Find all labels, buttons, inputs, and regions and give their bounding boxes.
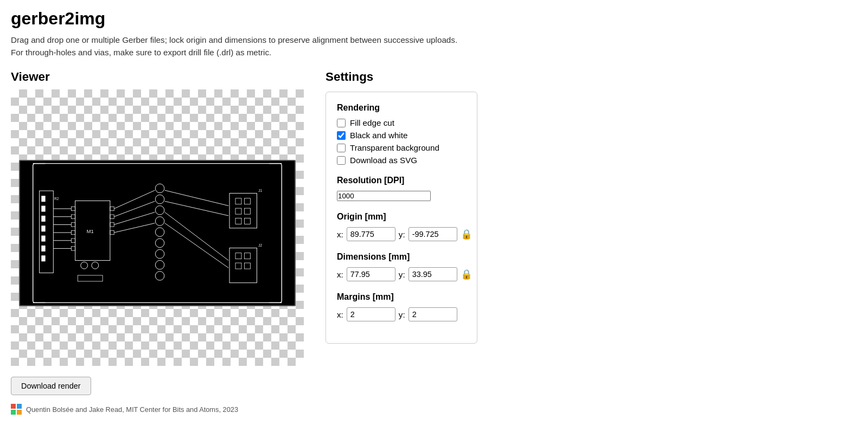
svg-point-33	[155, 272, 164, 281]
svg-rect-39	[235, 218, 241, 224]
transparent-bg-label: Transparent background	[350, 143, 439, 152]
transparent-bg-checkbox[interactable]	[337, 144, 346, 152]
viewer-canvas[interactable]: M1	[11, 89, 304, 366]
origin-x-input[interactable]	[347, 227, 395, 241]
rendering-title: Rendering	[337, 103, 466, 113]
download-svg-checkbox[interactable]	[337, 156, 346, 165]
svg-line-58	[165, 212, 228, 260]
svg-rect-45	[245, 263, 251, 269]
svg-rect-41	[229, 248, 257, 283]
black-white-label: Black and white	[350, 131, 407, 140]
origin-y-label: y:	[399, 230, 405, 239]
svg-rect-43	[245, 253, 251, 259]
svg-point-29	[155, 228, 164, 237]
origin-y-input[interactable]	[409, 227, 457, 241]
svg-rect-12	[71, 215, 75, 218]
svg-line-54	[114, 212, 155, 224]
svg-rect-38	[245, 208, 251, 214]
svg-rect-67	[17, 404, 22, 409]
download-render-button[interactable]: Download render	[11, 377, 91, 395]
settings-title: Settings	[326, 70, 857, 84]
svg-rect-4	[41, 216, 45, 222]
svg-rect-17	[110, 207, 114, 210]
svg-rect-69	[17, 410, 22, 415]
margins-inputs: x: y:	[337, 307, 466, 321]
download-svg-label: Download as SVG	[350, 156, 417, 165]
transparent-bg-row: Transparent background	[337, 143, 466, 152]
app-title: gerber2img	[11, 9, 857, 29]
margins-y-label: y:	[399, 310, 405, 319]
subtitle-2: For through-holes and vias, make sure to…	[11, 48, 857, 57]
svg-point-32	[155, 260, 164, 269]
svg-rect-18	[110, 215, 114, 218]
svg-rect-34	[229, 194, 257, 228]
footer-logo-icon	[11, 404, 22, 415]
margins-group: Margins [mm] x: y:	[337, 292, 466, 321]
svg-rect-37	[235, 208, 241, 214]
svg-line-59	[165, 223, 228, 268]
svg-rect-16	[71, 247, 75, 250]
svg-rect-20	[110, 230, 114, 234]
margins-y-input[interactable]	[409, 307, 457, 321]
svg-line-53	[114, 201, 155, 216]
svg-rect-66	[11, 404, 16, 409]
svg-rect-13	[71, 223, 75, 227]
svg-line-55	[114, 223, 155, 233]
svg-point-31	[155, 249, 164, 259]
resolution-title: Resolution [DPI]	[337, 176, 466, 185]
svg-rect-11	[71, 207, 75, 210]
resolution-group: Resolution [DPI]	[337, 176, 466, 201]
subtitle-1: Drag and drop one or multiple Gerber fil…	[11, 35, 857, 44]
black-white-row: Black and white	[337, 131, 466, 140]
origin-title: Origin [mm]	[337, 212, 466, 222]
svg-rect-44	[235, 263, 241, 269]
svg-rect-23	[78, 275, 103, 281]
dimensions-y-label: y:	[399, 270, 405, 279]
svg-point-22	[92, 262, 99, 269]
svg-rect-7	[41, 246, 45, 252]
black-white-checkbox[interactable]	[337, 131, 346, 140]
pcb-area: M1	[19, 160, 296, 306]
footer-text: Quentin Bolsée and Jake Read, MIT Center…	[26, 405, 238, 414]
origin-lock-icon[interactable]: 🔒	[461, 229, 473, 240]
settings-panel: Rendering Fill edge cut Black and white …	[326, 92, 477, 344]
svg-rect-42	[235, 253, 241, 259]
svg-text:J2: J2	[258, 243, 262, 247]
fill-edge-cut-row: Fill edge cut	[337, 118, 466, 127]
svg-rect-36	[245, 198, 251, 204]
svg-point-26	[155, 195, 164, 204]
svg-point-30	[155, 238, 164, 248]
svg-rect-15	[71, 238, 75, 242]
svg-text:J1: J1	[258, 189, 262, 192]
svg-point-21	[81, 262, 88, 269]
margins-x-label: x:	[337, 310, 343, 319]
dimensions-lock-icon[interactable]: 🔒	[461, 269, 473, 280]
svg-rect-6	[41, 236, 45, 242]
svg-rect-3	[41, 206, 45, 212]
svg-rect-5	[41, 225, 45, 231]
dimensions-x-label: x:	[337, 270, 343, 279]
svg-rect-14	[71, 230, 75, 234]
origin-x-label: x:	[337, 230, 343, 239]
resolution-input[interactable]	[337, 191, 431, 201]
viewer-title: Viewer	[11, 70, 304, 84]
svg-point-27	[155, 206, 164, 215]
svg-point-28	[155, 217, 164, 226]
download-svg-row: Download as SVG	[337, 156, 466, 165]
margins-x-input[interactable]	[347, 307, 395, 321]
fill-edge-cut-checkbox[interactable]	[337, 119, 346, 127]
dimensions-x-input[interactable]	[347, 267, 395, 281]
svg-rect-19	[110, 223, 114, 227]
dimensions-title: Dimensions [mm]	[337, 252, 466, 262]
dimensions-group: Dimensions [mm] x: y: 🔒	[337, 252, 466, 281]
dimensions-y-input[interactable]	[409, 267, 457, 281]
origin-inputs: x: y: 🔒	[337, 227, 466, 241]
margins-title: Margins [mm]	[337, 292, 466, 302]
svg-rect-40	[245, 218, 251, 224]
footer: Quentin Bolsée and Jake Read, MIT Center…	[11, 404, 857, 415]
svg-rect-35	[235, 198, 241, 204]
origin-group: Origin [mm] x: y: 🔒	[337, 212, 466, 241]
svg-rect-8	[41, 255, 45, 261]
dimensions-inputs: x: y: 🔒	[337, 267, 466, 281]
svg-line-52	[114, 190, 155, 209]
